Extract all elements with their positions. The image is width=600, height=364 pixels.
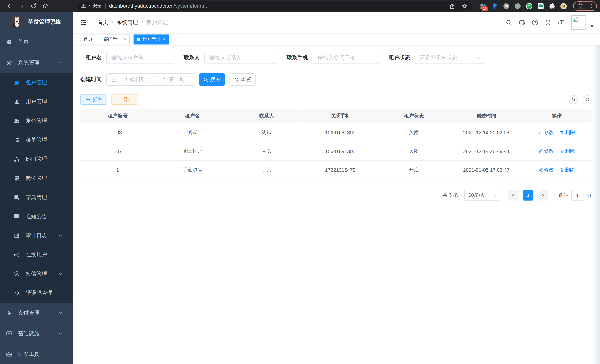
table-cell: 测试 [155,123,229,142]
forward-icon[interactable] [18,3,25,9]
edit-link[interactable]: 修改 [538,148,554,155]
sidebar-item-sms-management[interactable]: 短信管理 [0,264,73,283]
sidebar-item-error-code-management[interactable]: 错误码管理 [0,283,73,303]
sidebar-item-dept-management[interactable]: 部门管理 [0,149,73,169]
search-icon[interactable] [506,19,512,26]
tab-租户管理[interactable]: 租户管理× [134,34,169,44]
prev-page-button[interactable] [508,190,519,201]
sidebar-item-audit-log[interactable]: 审计日志 [0,226,73,245]
sidebar-item-post-management[interactable]: 岗位管理 [0,169,73,188]
search-form-row2: 创建时间 开始日期 - 结束日期 搜索 重置 [80,74,592,86]
bookmark-star-icon[interactable] [462,3,468,9]
actions-cell: 修改删除 [522,123,592,142]
fullscreen-icon[interactable] [544,19,551,26]
search-button[interactable]: 搜索 [199,74,225,86]
mobile-input[interactable] [313,52,379,64]
active-tab-dot-icon [137,38,140,41]
github-icon[interactable] [519,19,525,26]
page-unit-label: 页 [587,192,592,198]
tenant-status-select[interactable]: 请选择租户状态 [415,52,484,64]
reset-button[interactable]: 重置 [230,74,256,86]
not-secure-warning-icon[interactable] [81,3,86,9]
user-icon [14,99,20,105]
goto-page-input[interactable] [571,190,583,201]
table-row: 1芋道源码芋艿17321315478开启2021-01-05 17:03:47修… [80,160,592,179]
mobile-label: 联系手机 [287,54,313,61]
sidebar-item-dict-management[interactable]: 字典管理 [0,188,73,207]
sidebar-item-label: 研发工具 [18,351,39,358]
sidebar-item-user-management[interactable]: 用户管理 [0,92,73,111]
refresh-table-button[interactable] [583,95,591,104]
breadcrumb-item[interactable]: 首页 [98,19,108,26]
sidebar-item-home[interactable]: 首页 [0,32,73,52]
ext-yudao-icon[interactable]: Y [526,2,533,9]
trash-icon [559,130,564,135]
logo-row[interactable]: 芋道管理系统 [0,12,73,32]
ext-command-icon[interactable]: ⌘ [503,2,510,9]
sidebar-item-online-users[interactable]: 在线用户 [0,245,73,264]
contact-input[interactable] [204,52,277,64]
plus-icon [86,97,90,102]
ext-chat-icon[interactable] [537,2,544,9]
edit-link[interactable]: 修改 [538,129,554,136]
table-toolbar: 新增 导出 [80,94,592,105]
delete-link[interactable]: 删除 [559,129,575,136]
users-icon [14,80,20,86]
column-header: 联系人 [230,109,303,123]
sidebar-item-dev-tools[interactable]: 研发工具 [0,344,73,364]
close-tab-icon[interactable]: × [163,37,166,41]
screen: 不安全 dashboard.yudao.iocoder.cn/system/te… [0,0,600,364]
user-menu-caret-icon[interactable] [590,25,594,27]
refresh-icon [234,77,239,82]
browser-menu-icon[interactable] [589,3,595,9]
sidebar-item-menu-management[interactable]: 菜单管理 [0,131,73,149]
page-size-select[interactable]: 10条/页 [464,190,500,201]
sidebar-item-system-management[interactable]: 系统管理 [0,53,73,73]
sidebar-item-label: 岗位管理 [26,175,47,182]
sidebar-item-label: 基础设施 [18,330,39,337]
export-button[interactable]: 导出 [111,94,138,105]
add-button[interactable]: 新增 [80,94,107,105]
chevron-down-icon [58,331,64,336]
sidebar-item-label: 首页 [18,38,29,46]
close-tab-icon[interactable]: × [124,37,126,41]
toggle-search-button[interactable] [569,95,578,104]
ext-record-icon[interactable] [515,2,521,9]
sidebar-item-payment-management[interactable]: 支付管理 [0,303,73,323]
ext-balloon-icon[interactable] [491,2,498,9]
sidebar-item-notice[interactable]: 通知公告 [0,207,73,226]
search-form-row1: 租户名 联系人 联系手机 租户状态 请选择租户状态 [80,52,592,64]
back-icon[interactable] [7,3,13,9]
create-time-range-picker[interactable]: 开始日期 - 结束日期 [106,74,194,86]
breadcrumb-item[interactable]: 系统管理 [117,19,138,26]
sidebar-item-tenant-management[interactable]: 租户管理 [0,73,73,92]
browser-update-button[interactable]: 更新 [573,1,597,10]
delete-link[interactable]: 删除 [559,166,575,173]
ext-tag-icon[interactable]: 10 [480,2,487,9]
table-cell: 芋艿 [230,160,303,179]
tab-部门管理[interactable]: 部门管理× [100,34,130,44]
avatar[interactable] [571,15,586,30]
next-page-button[interactable] [538,190,548,201]
reload-icon[interactable] [30,3,37,9]
tenant-name-input[interactable] [106,52,174,64]
tab-label: 部门管理 [103,36,122,42]
ext-puzzle-icon[interactable] [549,2,556,9]
share-icon[interactable] [449,3,455,9]
ext-emoji-icon[interactable] [560,2,567,9]
address-divider [105,3,106,9]
org-tree-icon [14,156,20,162]
font-size-icon[interactable]: TT [558,19,564,26]
address-bar[interactable]: 不安全 dashboard.yudao.iocoder.cn/system/te… [77,1,472,10]
home-icon[interactable] [42,3,49,9]
help-icon[interactable] [532,19,538,26]
sidebar-toggle-icon[interactable] [80,19,87,26]
tab-首页[interactable]: 首页 [80,34,96,44]
delete-link[interactable]: 删除 [559,148,575,155]
sidebar-item-role-management[interactable]: 角色管理 [0,111,73,131]
edit-link[interactable]: 修改 [538,166,554,173]
sidebar-item-infrastructure[interactable]: 基础设施 [0,323,73,344]
current-page[interactable]: 1 [523,190,533,201]
edit-log-icon [14,233,20,239]
table-cell: 关闭 [377,142,451,160]
